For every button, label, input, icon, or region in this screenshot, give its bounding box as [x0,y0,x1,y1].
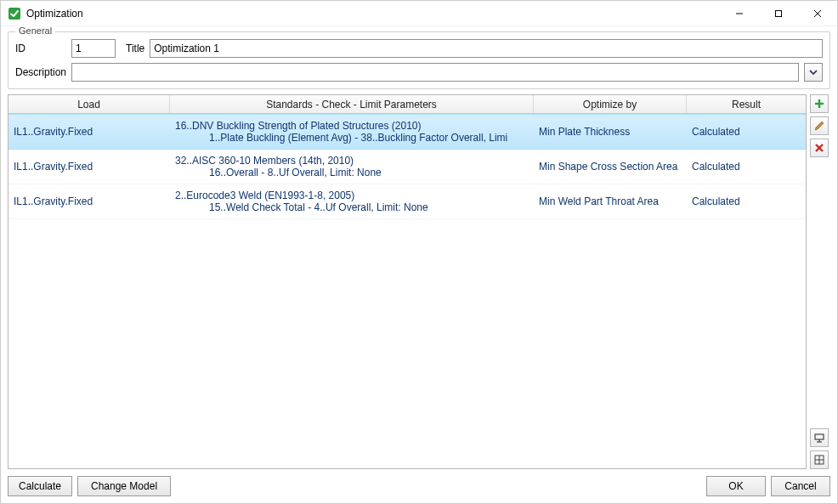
ok-button[interactable]: OK [706,476,766,496]
optimization-table: Load Standards - Check - Limit Parameter… [8,94,807,469]
edit-row-button[interactable] [810,116,829,135]
svg-rect-0 [8,8,20,20]
cell-load: IL1..Gravity.Fixed [8,188,170,215]
description-label: Description [15,66,66,78]
cell-standards: 16..DNV Buckling Strength of Plated Stru… [170,118,534,145]
dialog-button-bar: Calculate Change Model OK Cancel [8,476,830,496]
title-label: Title [126,42,144,54]
table-row[interactable]: IL1..Gravity.Fixed16..DNV Buckling Stren… [8,114,806,150]
table-header: Load Standards - Check - Limit Parameter… [8,95,806,114]
chevron-down-icon [808,67,818,77]
presentation-icon [813,432,825,444]
id-label: ID [15,42,66,54]
window-title: Optimization [26,8,83,20]
cancel-button[interactable]: Cancel [771,476,830,496]
presentation-button[interactable] [810,428,829,447]
maximize-button[interactable] [759,1,798,26]
title-field[interactable] [150,39,823,58]
table-row[interactable]: IL1..Gravity.Fixed2..Eurocode3 Weld (EN1… [8,184,806,219]
minimize-button[interactable] [720,1,759,26]
cell-load: IL1..Gravity.Fixed [8,118,170,145]
grid-icon [813,454,825,466]
titlebar: Optimization [1,1,837,26]
close-button[interactable] [798,1,837,26]
description-field[interactable] [71,63,799,82]
delete-row-button[interactable] [810,139,829,157]
pencil-icon [813,120,825,132]
cell-result: Calculated [687,188,806,215]
cell-standards: 32..AISC 360-10 Members (14th, 2010)16..… [170,153,534,180]
tabular-button[interactable] [810,450,829,469]
app-icon [8,7,21,20]
header-optimize-by[interactable]: Optimize by [534,95,687,113]
cell-result: Calculated [687,118,806,145]
plus-icon [813,98,825,110]
general-legend: General [15,25,55,36]
header-result[interactable]: Result [687,95,806,113]
cell-result: Calculated [687,153,806,180]
table-side-toolbar [810,94,830,469]
cell-standards: 2..Eurocode3 Weld (EN1993-1-8, 2005)15..… [170,188,534,215]
id-field[interactable] [71,39,116,58]
svg-rect-9 [815,434,824,439]
cell-optimize-by: Min Plate Thickness [534,118,687,145]
calculate-button[interactable]: Calculate [8,476,72,496]
cell-load: IL1..Gravity.Fixed [8,153,170,180]
cell-optimize-by: Min Shape Cross Section Area [534,153,687,180]
svg-rect-2 [776,10,782,16]
change-model-button[interactable]: Change Model [77,476,171,496]
cell-optimize-by: Min Weld Part Throat Area [534,188,687,215]
description-dropdown-button[interactable] [804,63,823,82]
header-load[interactable]: Load [8,95,170,113]
add-row-button[interactable] [810,94,829,113]
x-icon [813,142,825,154]
table-body: IL1..Gravity.Fixed16..DNV Buckling Stren… [8,114,806,468]
table-row[interactable]: IL1..Gravity.Fixed32..AISC 360-10 Member… [8,150,806,184]
general-group: General ID Title Description [8,31,830,89]
header-standards[interactable]: Standards - Check - Limit Parameters [170,95,534,113]
